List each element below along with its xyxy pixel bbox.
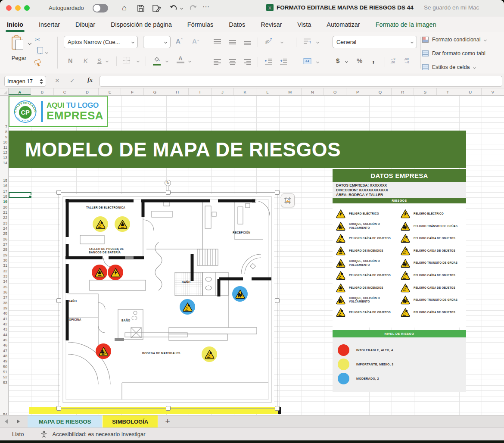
align-right-icon[interactable] (244, 59, 251, 65)
column-header[interactable]: B (31, 88, 53, 95)
column-header[interactable]: J (212, 88, 234, 95)
row-header[interactable]: 11 (0, 145, 7, 150)
resize-handle-n[interactable] (166, 190, 171, 195)
column-header[interactable]: P (346, 88, 369, 95)
column-header[interactable]: R (392, 88, 414, 95)
cancel-entry-icon[interactable]: ✕ (55, 77, 60, 84)
risk-marker[interactable] (115, 216, 130, 232)
row-header[interactable]: 23 (0, 221, 7, 225)
ribbon-tab[interactable]: Datos (229, 21, 245, 28)
row-header[interactable]: 49 (0, 359, 7, 363)
formula-input[interactable] (100, 76, 502, 87)
row-header[interactable]: 34 (0, 279, 7, 284)
row-header[interactable]: 29 (0, 253, 7, 257)
row-header[interactable]: 48 (0, 354, 7, 358)
row-header[interactable]: 10 (0, 140, 7, 144)
column-header[interactable]: M (279, 88, 302, 95)
row-header[interactable]: 37 (0, 295, 7, 299)
decrease-decimal-icon[interactable]: ,00→0 (404, 57, 409, 64)
row-header[interactable]: 51 (0, 370, 7, 374)
row-header[interactable]: 7 (0, 125, 7, 129)
risk-marker[interactable] (180, 299, 195, 315)
row-header[interactable]: 46 (0, 343, 7, 347)
increase-decimal-icon[interactable]: ←0,00 (390, 57, 395, 64)
merge-center-icon[interactable] (303, 58, 311, 65)
column-header[interactable]: I (189, 88, 211, 95)
font-color-chevron[interactable] (188, 59, 191, 62)
save-icon[interactable] (137, 4, 145, 12)
add-sheet-button[interactable]: + (158, 415, 177, 427)
bold-button[interactable]: N (68, 57, 72, 64)
row-header[interactable]: 30 (0, 258, 7, 262)
column-header[interactable]: F (121, 88, 143, 95)
risk-marker[interactable] (96, 343, 111, 359)
column-header[interactable]: H (166, 88, 189, 95)
italic-button[interactable]: K (84, 57, 88, 64)
orientation-icon[interactable]: ab↗ (264, 37, 274, 45)
orientation-chevron[interactable] (280, 41, 283, 44)
column-header[interactable]: E (99, 88, 121, 95)
sheet-nav-right-icon[interactable] (12, 415, 24, 427)
row-header[interactable]: 36 (0, 290, 7, 294)
resize-handle-sw[interactable] (56, 406, 61, 411)
cell-styles-button[interactable]: Estilos de celda (422, 64, 476, 70)
minimize-window-button[interactable] (15, 5, 21, 11)
row-header[interactable]: 24 (0, 226, 7, 231)
font-color-icon[interactable]: A (177, 56, 184, 63)
row-header[interactable]: 35 (0, 285, 7, 289)
column-header[interactable]: K (234, 88, 256, 95)
resize-handle-ne[interactable] (275, 190, 280, 195)
more-toolbar-icon[interactable]: ⋯ (202, 3, 210, 11)
name-box-stepper[interactable] (40, 79, 43, 84)
column-header[interactable]: C (54, 88, 76, 95)
row-header[interactable]: 9 (0, 135, 7, 139)
column-header[interactable]: D (76, 88, 99, 95)
column-header[interactable]: T (437, 88, 459, 95)
borders-menu-chevron[interactable] (137, 59, 140, 62)
ribbon-tab[interactable]: Insertar (39, 21, 60, 28)
ribbon-tab[interactable]: Automatizar (327, 21, 360, 28)
row-header[interactable]: 52 (0, 375, 7, 379)
accessibility-icon[interactable] (40, 431, 48, 438)
risk-map-image[interactable]: TALLER DE ELECTRÓNICARECEPCIÓNTALLER DE … (60, 194, 274, 407)
row-header[interactable]: 16 (0, 184, 7, 188)
cut-icon[interactable]: ✂ (35, 36, 40, 44)
conditional-format-button[interactable]: Formato condicional (422, 37, 486, 43)
row-header[interactable]: 39 (0, 306, 7, 310)
column-header[interactable]: U (459, 88, 482, 95)
zoom-window-button[interactable] (24, 5, 30, 11)
row-header[interactable]: 12 (0, 150, 7, 155)
resize-handle-w[interactable] (56, 298, 61, 303)
font-size-combo[interactable] (143, 36, 171, 48)
borders-icon[interactable] (123, 57, 130, 63)
insert-function-icon[interactable]: fx (87, 76, 93, 84)
accessibility-status[interactable]: Accesibilidad: es necesario investigar (52, 431, 145, 437)
paste-menu-chevron[interactable] (28, 41, 31, 45)
underline-button[interactable]: S (97, 57, 102, 64)
name-box[interactable]: Imagen 17 (4, 76, 46, 87)
risk-marker[interactable] (108, 265, 123, 280)
resize-handle-nw[interactable] (56, 190, 61, 195)
undo-menu-chevron[interactable] (180, 6, 183, 9)
sheet-nav-left-icon[interactable] (0, 415, 12, 427)
row-header[interactable]: 28 (0, 247, 7, 252)
column-header[interactable]: N (302, 88, 324, 95)
row-header[interactable]: 41 (0, 317, 7, 321)
row-header[interactable]: 40 (0, 311, 7, 315)
align-left-icon[interactable] (214, 59, 221, 65)
save-as-icon[interactable] (152, 4, 161, 12)
ribbon-tab[interactable]: Fórmulas (187, 21, 213, 28)
row-header[interactable]: 44 (0, 333, 7, 337)
decrease-indent-icon[interactable] (264, 58, 273, 65)
row-header[interactable]: 31 (0, 263, 7, 268)
number-format-combo[interactable]: General (333, 36, 417, 48)
row-header[interactable]: 27 (0, 242, 7, 246)
paste-icon[interactable] (12, 36, 25, 51)
row-header[interactable]: 25 (0, 231, 7, 236)
column-header[interactable]: S (414, 88, 436, 95)
redo-icon[interactable] (188, 4, 198, 12)
resize-handle-s[interactable] (166, 406, 171, 411)
row-header[interactable]: 32 (0, 269, 7, 273)
align-bottom-icon[interactable] (244, 39, 251, 45)
row-header[interactable]: 8 (0, 130, 7, 134)
